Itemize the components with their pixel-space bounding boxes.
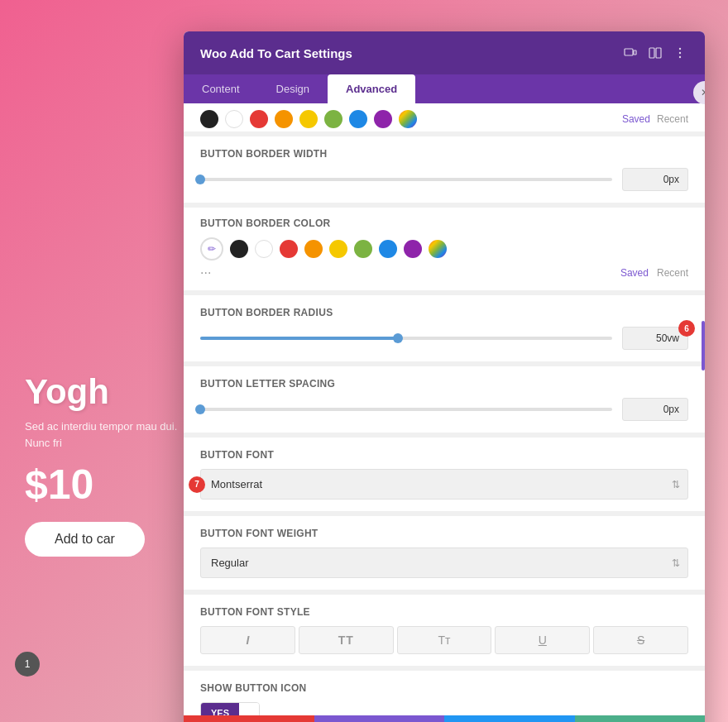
border-width-slider-row: 0px [200,168,688,191]
show-icon-section: Show Button Icon YES [184,671,705,715]
bc-swatch-purple[interactable] [404,240,422,258]
border-color-section: Button Border Color ✏ ··· Saved Recent [184,208,705,290]
top-recent-label[interactable]: Recent [657,113,688,125]
bc-swatch-yellow[interactable] [329,240,347,258]
undo-button[interactable]: ↺ [314,715,445,722]
button-font-select-container: Montserrat [200,469,688,500]
swatch-blue[interactable] [349,110,367,128]
bc-swatch-white[interactable] [255,240,273,258]
style-strikethrough[interactable]: S [593,626,688,654]
button-font-weight-select[interactable]: Regular Bold Light [200,547,688,578]
swatch-white[interactable] [225,110,243,128]
button-font-weight-section: Button Font Weight Regular Bold Light [184,516,705,590]
letter-spacing-value[interactable]: 0px [622,398,688,421]
page-number-badge: 1 [15,652,40,677]
button-font-select-wrapper: 7 Montserrat [200,469,688,500]
button-font-select[interactable]: Montserrat [200,469,688,500]
show-icon-toggle: YES [200,702,688,715]
bc-swatch-orange[interactable] [304,240,323,258]
page-content: Yogh Sed ac interdiu tempor mau dui. Nun… [25,372,190,557]
button-font-style-section: Button Font Style I TT Tт U S [184,595,705,666]
swatch-red[interactable] [250,110,268,128]
border-radius-thumb[interactable] [393,333,403,343]
border-width-value[interactable]: 0px [622,168,688,191]
svg-rect-3 [656,48,661,58]
modal-footer: ✕ ↺ ↻ ✓ [184,715,705,722]
bc-swatch-blue[interactable] [379,240,397,258]
border-radius-label: Button Border Radius [200,307,688,318]
style-underline[interactable]: U [495,626,590,654]
top-saved-label[interactable]: Saved [622,113,650,125]
top-color-row: Saved Recent [200,110,688,128]
letter-spacing-track[interactable] [200,408,612,411]
bc-swatch-red[interactable] [280,240,298,258]
border-radius-slider-row: 50vw 6 [200,327,688,350]
border-radius-fill [200,337,398,340]
swatch-yellow[interactable] [299,110,318,128]
confirm-button[interactable]: ✓ [575,715,706,722]
bc-recent-label[interactable]: Recent [657,267,688,279]
bc-swatch-black[interactable] [230,240,248,258]
swatch-rainbow[interactable] [399,110,417,128]
letter-spacing-section: Button Letter Spacing 0px [184,366,705,433]
modal-body: Saved Recent Button Border Width 0px But… [184,103,705,715]
border-radius-section: Button Border Radius 50vw 6 [184,295,705,361]
scrollbar-indicator[interactable] [702,321,705,371]
border-color-label: Button Border Color [200,218,688,229]
bc-saved-label[interactable]: Saved [620,267,649,279]
border-width-label: Button Border Width [200,148,688,160]
page-price: $10 [25,461,190,509]
modal-title: Woo Add To Cart Settings [200,46,352,60]
redo-button[interactable]: ↻ [444,715,575,722]
top-swatches-section: Saved Recent [184,103,705,131]
letter-spacing-label: Button Letter Spacing [200,378,688,390]
tab-content[interactable]: Content [184,74,258,103]
border-color-pencil[interactable]: ✏ [200,237,223,261]
cancel-button[interactable]: ✕ [184,715,314,722]
border-radius-badge: 6 [678,320,695,337]
font-badge: 7 [189,476,205,493]
bc-swatch-green[interactable] [354,240,372,258]
add-to-cart-button[interactable]: Add to car [25,522,145,557]
settings-modal: Woo Add To Cart Settings Content Design … [184,31,705,722]
svg-point-4 [679,48,681,50]
swatch-green[interactable] [324,110,342,128]
modal-header: Woo Add To Cart Settings [184,31,705,74]
modal-tabs: Content Design Advanced [184,74,705,103]
tab-advanced[interactable]: Advanced [328,74,415,103]
button-font-weight-label: Button Font Weight [200,528,688,539]
button-font-section: Button Font 7 Montserrat [184,438,705,511]
button-font-weight-select-container: Regular Bold Light [200,547,688,578]
style-uppercase[interactable]: TT [299,626,394,654]
swatch-purple[interactable] [374,110,392,128]
responsive-icon[interactable] [622,45,639,61]
columns-icon[interactable] [647,45,663,61]
svg-rect-0 [625,49,633,55]
bc-swatch-rainbow[interactable] [429,240,447,258]
letter-spacing-thumb[interactable] [195,404,205,414]
svg-rect-2 [649,48,654,58]
svg-rect-1 [634,50,636,55]
letter-spacing-slider-row: 0px [200,398,688,421]
border-width-track[interactable] [200,178,612,181]
border-radius-track[interactable] [200,337,612,340]
tab-design[interactable]: Design [258,74,328,103]
more-options-icon[interactable] [672,45,688,61]
toggle-yes[interactable]: YES [201,703,239,715]
modal-header-actions [622,45,688,61]
border-width-section: Button Border Width 0px [184,136,705,203]
toggle-switch[interactable]: YES [200,702,260,715]
border-color-bottom-row: ··· Saved Recent [200,261,688,280]
button-font-label: Button Font [200,449,688,461]
swatch-orange[interactable] [275,110,293,128]
style-italic[interactable]: I [200,626,295,654]
border-color-swatches: ✏ [200,237,688,261]
show-icon-label: Show Button Icon [200,682,688,694]
svg-point-6 [679,56,681,58]
border-radius-value-container: 50vw 6 [622,327,688,350]
swatch-more-dots[interactable]: ··· [200,265,211,280]
border-width-thumb[interactable] [195,175,205,184]
toggle-no[interactable] [239,703,259,715]
swatch-black[interactable] [200,110,218,128]
style-capitalize[interactable]: Tт [397,626,492,654]
